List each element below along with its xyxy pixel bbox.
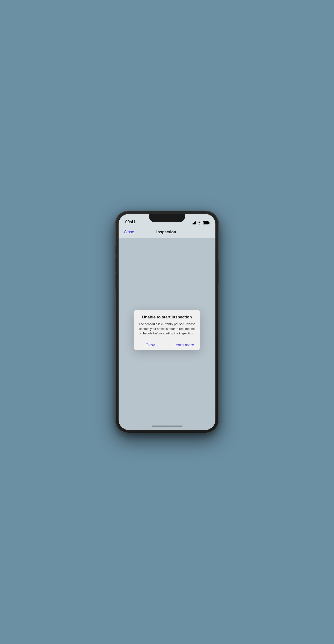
alert-dialog: Unable to start inspection The schedule … — [134, 310, 200, 350]
status-time: 09:41 — [125, 220, 135, 224]
phone-frame: 09:41 — [116, 211, 218, 433]
navigation-bar: Close Inspection — [118, 226, 216, 238]
alert-title: Unable to start inspection — [138, 314, 196, 320]
status-icons — [192, 221, 209, 224]
volume-up-button[interactable] — [115, 258, 116, 272]
battery-fill — [204, 222, 208, 224]
wifi-icon — [198, 222, 201, 224]
phone-screen: 09:41 — [118, 214, 216, 430]
close-button[interactable]: Close — [124, 230, 134, 234]
home-bar — [152, 426, 182, 427]
main-content: Unable to start inspection The schedule … — [118, 238, 216, 422]
signal-icon — [192, 221, 196, 224]
power-button[interactable] — [218, 261, 219, 283]
volume-down-button[interactable] — [115, 274, 116, 288]
alert-message: The schedule is currently paused. Please… — [138, 322, 196, 336]
alert-content: Unable to start inspection The schedule … — [134, 310, 200, 340]
mute-button[interactable] — [115, 246, 116, 254]
alert-buttons: Okay Learn more — [134, 340, 200, 350]
home-indicator-area — [118, 422, 216, 430]
page-title: Inspection — [156, 230, 176, 234]
learn-more-button[interactable]: Learn more — [167, 340, 201, 350]
notch — [149, 214, 185, 222]
battery-icon — [203, 221, 209, 224]
alert-overlay: Unable to start inspection The schedule … — [118, 238, 216, 422]
okay-button[interactable]: Okay — [134, 340, 167, 350]
